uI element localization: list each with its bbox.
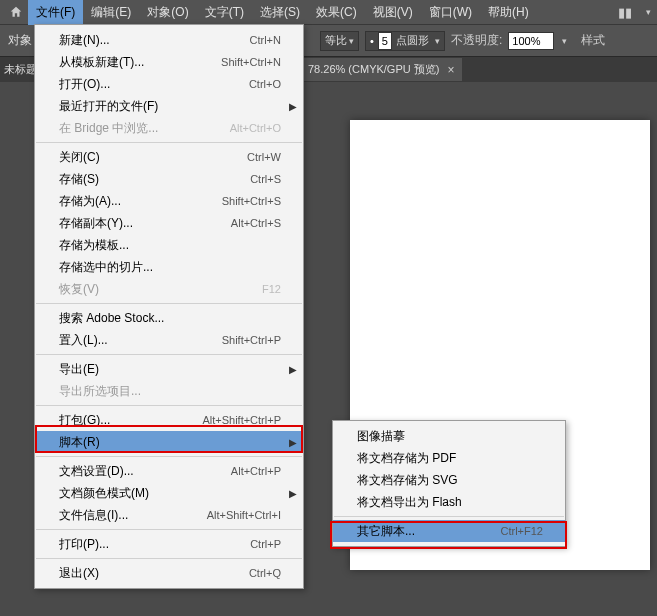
file-item-20[interactable]: 打包(G)...Alt+Shift+Ctrl+P [35,409,303,431]
tab-leading-title: 未标题 [4,62,37,77]
menu-7[interactable]: 窗口(W) [421,0,480,25]
script-sep-4 [334,516,564,517]
file-item-24[interactable]: 文档颜色模式(M)▶ [35,482,303,504]
file-label-27: 打印(P)... [59,536,250,553]
tab-title: 78.26% (CMYK/GPU 预览) [308,62,439,77]
file-item-2[interactable]: 打开(O)...Ctrl+O [35,73,303,95]
file-label-20: 打包(G)... [59,412,202,429]
file-menu-dropdown: 新建(N)...Ctrl+N从模板新建(T)...Shift+Ctrl+N打开(… [34,24,304,589]
menu-0[interactable]: 文件(F) [28,0,83,25]
file-item-15[interactable]: 置入(L)...Shift+Ctrl+P [35,329,303,351]
script-label-5: 其它脚本... [357,523,501,540]
menu-3[interactable]: 文字(T) [197,0,252,25]
opacity-down-icon[interactable]: ▾ [562,36,567,46]
file-item-8[interactable]: 存储为(A)...Shift+Ctrl+S [35,190,303,212]
file-item-12: 恢复(V)F12 [35,278,303,300]
file-label-11: 存储选中的切片... [59,259,281,276]
file-shortcut-27: Ctrl+P [250,538,281,550]
file-shortcut-1: Shift+Ctrl+N [221,56,281,68]
file-label-21: 脚本(R) [59,434,281,451]
file-label-18: 导出所选项目... [59,383,281,400]
menu-1[interactable]: 编辑(E) [83,0,139,25]
file-item-21[interactable]: 脚本(R)▶ [35,431,303,453]
file-shortcut-15: Shift+Ctrl+P [222,334,281,346]
file-shortcut-7: Ctrl+S [250,173,281,185]
script-item-0[interactable]: 图像描摹 [333,425,565,447]
file-sep-13 [36,303,302,304]
file-shortcut-25: Alt+Shift+Ctrl+I [207,509,281,521]
style-label[interactable]: 样式 [581,32,605,49]
script-label-2: 将文档存储为 SVG [357,472,543,489]
file-shortcut-23: Alt+Ctrl+P [231,465,281,477]
home-icon[interactable] [4,0,28,24]
file-shortcut-9: Alt+Ctrl+S [231,217,281,229]
file-item-1[interactable]: 从模板新建(T)...Shift+Ctrl+N [35,51,303,73]
script-item-5[interactable]: 其它脚本...Ctrl+F12 [333,520,565,542]
chevron-right-icon: ▶ [289,437,297,448]
file-item-7[interactable]: 存储(S)Ctrl+S [35,168,303,190]
chevron-right-icon: ▶ [289,364,297,375]
menubar: 文件(F)编辑(E)对象(O)文字(T)选择(S)效果(C)视图(V)窗口(W)… [0,0,657,24]
script-label-0: 图像描摹 [357,428,543,445]
file-item-23[interactable]: 文档设置(D)...Alt+Ctrl+P [35,460,303,482]
layout-down-icon[interactable]: ▾ [640,7,657,17]
file-label-17: 导出(E) [59,361,281,378]
opacity-label: 不透明度: [451,32,502,49]
file-item-11[interactable]: 存储选中的切片... [35,256,303,278]
file-sep-28 [36,558,302,559]
script-item-1[interactable]: 将文档存储为 PDF [333,447,565,469]
file-shortcut-29: Ctrl+Q [249,567,281,579]
script-item-3[interactable]: 将文档导出为 Flash [333,491,565,513]
file-label-12: 恢复(V) [59,281,262,298]
file-sep-26 [36,529,302,530]
file-item-0[interactable]: 新建(N)...Ctrl+N [35,29,303,51]
script-shortcut-5: Ctrl+F12 [501,525,544,537]
file-item-14[interactable]: 搜索 Adobe Stock... [35,307,303,329]
file-item-6[interactable]: 关闭(C)Ctrl+W [35,146,303,168]
file-item-3[interactable]: 最近打开的文件(F)▶ [35,95,303,117]
opacity-input[interactable] [508,32,554,50]
document-tab[interactable]: 78.26% (CMYK/GPU 预览) × [300,58,462,81]
file-item-29[interactable]: 退出(X)Ctrl+Q [35,562,303,584]
script-label-1: 将文档存储为 PDF [357,450,543,467]
file-sep-19 [36,405,302,406]
menu-2[interactable]: 对象(O) [139,0,196,25]
stroke-select[interactable]: • 5 点圆形 ▾ [365,31,445,51]
menu-8[interactable]: 帮助(H) [480,0,537,25]
file-item-4: 在 Bridge 中浏览...Alt+Ctrl+O [35,117,303,139]
menu-4[interactable]: 选择(S) [252,0,308,25]
script-item-2[interactable]: 将文档存储为 SVG [333,469,565,491]
file-label-4: 在 Bridge 中浏览... [59,120,230,137]
file-shortcut-4: Alt+Ctrl+O [230,122,281,134]
layout-icon[interactable]: ▮▮ [612,5,638,20]
file-shortcut-20: Alt+Shift+Ctrl+P [202,414,281,426]
menu-6[interactable]: 视图(V) [365,0,421,25]
file-label-6: 关闭(C) [59,149,247,166]
file-sep-22 [36,456,302,457]
file-item-10[interactable]: 存储为模板... [35,234,303,256]
file-item-18: 导出所选项目... [35,380,303,402]
file-label-1: 从模板新建(T)... [59,54,221,71]
ratio-select[interactable]: 等比▾ [320,31,359,51]
file-sep-16 [36,354,302,355]
chevron-right-icon: ▶ [289,488,297,499]
file-shortcut-2: Ctrl+O [249,78,281,90]
file-label-25: 文件信息(I)... [59,507,207,524]
file-label-3: 最近打开的文件(F) [59,98,281,115]
sidebar-object-label: 对象 [4,28,36,53]
file-label-7: 存储(S) [59,171,250,188]
file-item-27[interactable]: 打印(P)...Ctrl+P [35,533,303,555]
file-item-25[interactable]: 文件信息(I)...Alt+Shift+Ctrl+I [35,504,303,526]
close-icon[interactable]: × [447,63,454,77]
file-sep-5 [36,142,302,143]
menu-5[interactable]: 效果(C) [308,0,365,25]
file-label-24: 文档颜色模式(M) [59,485,281,502]
file-shortcut-8: Shift+Ctrl+S [222,195,281,207]
file-label-0: 新建(N)... [59,32,250,49]
file-item-17[interactable]: 导出(E)▶ [35,358,303,380]
file-shortcut-12: F12 [262,283,281,295]
file-label-14: 搜索 Adobe Stock... [59,310,281,327]
file-item-9[interactable]: 存储副本(Y)...Alt+Ctrl+S [35,212,303,234]
file-label-15: 置入(L)... [59,332,222,349]
file-shortcut-0: Ctrl+N [250,34,281,46]
